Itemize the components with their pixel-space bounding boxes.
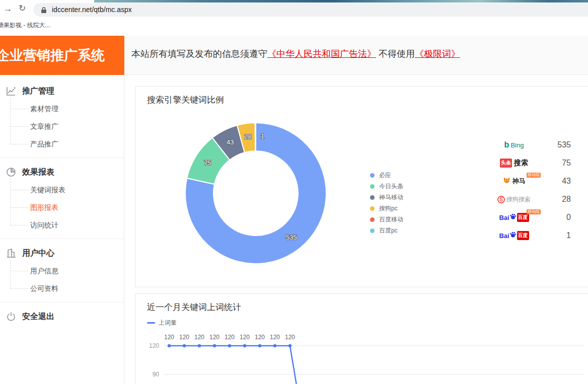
sidebar-item-user-info[interactable]: 用户信息 [0,262,124,280]
bing-logo: bBing [484,140,544,149]
sidebar-item-keyword-report[interactable]: 关键词报表 [0,181,124,199]
bookmark-item[interactable]: 糖果影视 - 线院大... [0,21,50,30]
sidebar-items-promotion-manage: 素材管理文章推广产品推广 [0,100,124,153]
donut-slice-label: 43 [227,138,234,146]
sidebar-nav: 推广管理素材管理文章推广产品推广效果报表关键词报表图形报表访问统计用户中心用户信… [0,75,124,384]
donut-slice-百度pc[interactable] [255,123,256,151]
baidu-bai-text: Bai [499,232,509,240]
engine-row-1: 头条搜索75 [484,154,571,172]
donut-slice-label: 28 [244,133,251,140]
legend-label: 必应 [379,171,391,180]
y-axis-tick: 90 [153,371,160,378]
data-point-label: 120 [270,334,280,341]
legend-item-百度移动[interactable]: 百度移动 [370,214,403,225]
legend-item-搜狗pc[interactable]: 搜狗pc [370,203,403,214]
data-point[interactable] [258,344,261,347]
legend-dot-icon [370,195,375,200]
engine-row-4: Bai百度移动端0 [484,208,571,226]
notice-text: 本站所有填写及发布的信息须遵守《中华人民共和国广告法》 不得使用《极限词》 [131,48,460,60]
extreme-words-link[interactable]: 《极限词》 [415,49,460,59]
line-legend-item[interactable]: 上词量 [147,319,177,327]
line-chart[interactable]: 12090120120120120120120120120120 [135,329,588,384]
sidebar-item-article-promotion[interactable]: 文章推广 [0,118,124,135]
mobile-badge: 移动端 [527,173,541,178]
sidebar-group-safe-logout: 安全退出 [0,302,124,326]
notice-banner: 本站所有填写及发布的信息须遵守《中华人民共和国广告法》 不得使用《极限词》 [125,36,588,75]
legend-label: 百度pc [379,226,398,235]
app-root: → ↻ idccenter.net/qtb/mc.aspx 糖果影视 - 线院大… [0,0,588,384]
forward-icon[interactable]: → [3,4,12,14]
address-bar[interactable]: idccenter.net/qtb/mc.aspx [33,3,588,17]
data-point[interactable] [213,344,216,347]
sogou-text: 搜狗搜索 [506,195,531,204]
donut-slice-label: 1 [261,132,264,140]
data-point-label: 120 [209,334,219,341]
toutiao-text: 搜索 [514,159,528,168]
line-chart-card: 近一个月关键词上词统计 上词量 120901201201201201201201… [135,293,588,384]
legend-item-神马移动[interactable]: 神马移动 [370,192,403,203]
pie-chart-icon [6,166,18,178]
reload-icon[interactable]: ↻ [19,4,26,14]
toutiao-logo: 头条搜索 [484,159,544,168]
sidebar-title-effect-report[interactable]: 效果报表 [0,163,124,181]
sidebar-title-promotion-manage[interactable]: 推广管理 [0,82,124,100]
data-point[interactable] [183,344,186,347]
legend-dot-icon [370,173,375,178]
ad-law-link[interactable]: 《中华人民共和国广告法》 [267,49,376,59]
legend-dot-icon [370,184,375,189]
sidebar-item-visit-stats[interactable]: 访问统计 [0,216,124,234]
data-point-label: 120 [164,334,174,341]
sidebar-item-material-manage[interactable]: 素材管理 [0,100,124,118]
sidebar-title-safe-logout[interactable]: 安全退出 [0,308,124,326]
engine-row-5: Bai百度1 [484,226,571,245]
engine-value: 75 [544,159,571,168]
brand-title: 企业营销推广系统 [0,36,124,75]
data-point[interactable] [243,344,246,347]
engine-value: 43 [544,177,571,186]
data-point[interactable] [288,344,291,347]
bookmarks-bar: 糖果影视 - 线院大... [0,17,588,33]
line-legend-dash [147,322,155,324]
data-point[interactable] [168,344,171,347]
data-point[interactable] [273,344,276,347]
engine-stats-list: bBing535头条搜索75神马移动端43S搜狗搜索28Bai百度移动端0Bai… [484,136,571,245]
engine-value: 28 [544,195,571,204]
engine-row-2: 神马移动端43 [484,172,571,190]
sidebar-title-label: 安全退出 [22,312,54,322]
sidebar-item-graph-report[interactable]: 图形报表 [0,199,124,216]
legend-item-百度pc[interactable]: 百度pc [370,225,403,236]
sidebar-title-user-center[interactable]: 用户中心 [0,244,124,262]
sidebar-items-effect-report: 关键词报表图形报表访问统计 [0,181,124,234]
toutiao-box: 头条 [500,159,512,168]
data-point-label: 120 [225,334,235,341]
sidebar-items-user-center: 用户信息公司资料 [0,262,124,297]
engine-value: 0 [544,213,571,222]
baidu-logo: Bai百度 [484,231,544,240]
baidu-paw-icon [509,213,517,222]
sidebar-group-user-center: 用户中心用户信息公司资料 [0,239,124,297]
notice-middle: 不得使用 [376,49,415,59]
sidebar-item-company-profile[interactable]: 公司资料 [0,280,124,297]
legend-label: 搜狗pc [379,204,398,213]
shenma-mascot-icon [502,176,511,187]
data-point[interactable] [198,344,201,347]
data-point-label: 120 [194,334,204,341]
bing-wordmark: Bing [510,141,524,149]
browser-theme-strip [94,0,588,3]
baidu-paw-icon [509,231,517,240]
line-card-title: 近一个月关键词上词统计 [147,301,241,313]
data-point-label: 120 [240,334,250,341]
sogou-s-icon: S [497,196,505,203]
bing-b-glyph: b [504,140,509,149]
legend-item-今日头条[interactable]: 今日头条 [370,181,403,192]
power-icon [6,311,18,323]
sidebar-group-effect-report: 效果报表关键词报表图形报表访问统计 [0,158,124,234]
data-point-label: 120 [179,334,189,341]
baidu-bai-text: Bai [499,214,509,221]
data-point-label: 120 [255,334,265,341]
data-point[interactable] [228,344,231,347]
legend-label: 百度移动 [379,215,403,224]
legend-item-必应[interactable]: 必应 [370,170,403,181]
sidebar-item-product-promotion[interactable]: 产品推广 [0,135,124,153]
legend-dot-icon [370,206,375,211]
